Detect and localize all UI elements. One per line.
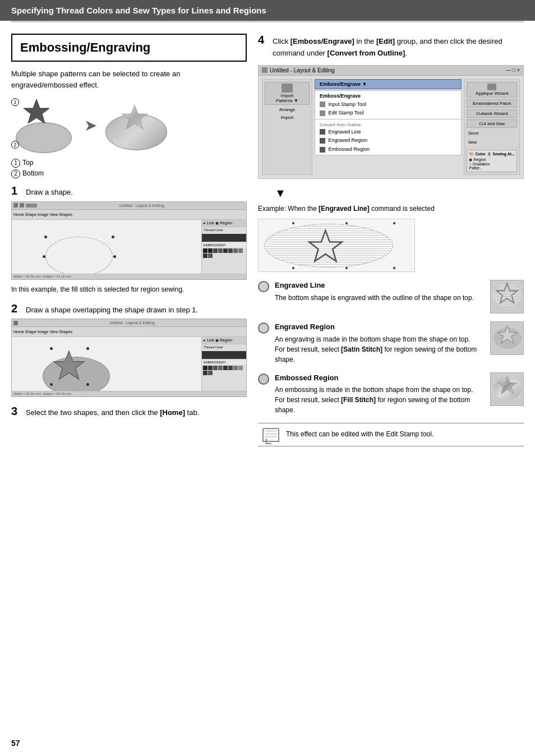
note-box: This effect can be edited with the Edit … [258, 423, 524, 446]
step2-screenshot: Untitled - Layout & Editing Home Shape I… [11, 319, 247, 397]
note-text: This effect can be edited with the Edit … [286, 430, 433, 438]
edit-stamp-label: Edit Stamp Tool [329, 110, 364, 116]
page-wrapper: Specifying Thread Colors and Sew Types f… [0, 0, 535, 756]
embossed-region-title: Embossed Region [275, 372, 485, 384]
engraved-line-icon-circle [258, 281, 269, 292]
step-2: 2 Draw a shape overlapping the shape dra… [11, 302, 247, 398]
step2-thread-color-label: Thread Color [202, 344, 246, 350]
step-2-header: 2 Draw a shape overlapping the shape dra… [11, 302, 247, 316]
embossed-region-thumb [490, 372, 524, 406]
color-sewing-panel: 🎨 Color 🧵 Sewing At... ◉ Region ○ Gradat… [467, 150, 517, 172]
dot5 [43, 255, 45, 258]
engraved-line-thumb-inner [492, 282, 523, 312]
emb-patch-btn[interactable]: Embroidered Patch [467, 99, 517, 108]
illustration-area: 1 2 ➤ [11, 97, 247, 153]
embossed-region-desc-text: Embossed Region An embossing is made in … [275, 372, 485, 416]
result-star [119, 103, 150, 133]
note-book-icon [262, 428, 279, 442]
example-caption: Example: When the [Engraved Line] comman… [258, 204, 524, 214]
step2-sidebar-header: ▸ Line ◉ Region [202, 337, 246, 344]
menu-title-text: Untitled - Layout & Editing [270, 67, 335, 73]
step4-part1: Click [273, 37, 290, 45]
step1-window-title: Untitled - Layout & Editing [39, 204, 245, 208]
embossed-region-icon [320, 147, 325, 153]
tb-icon-1 [13, 203, 18, 208]
s2-swatch-8 [238, 366, 243, 370]
step2-swatches [202, 365, 246, 376]
step4-bold3: [Convert from Outline] [328, 49, 405, 57]
engraved-line-section: Engraved Line The bottom shape is engrav… [258, 280, 524, 415]
svg-marker-0 [24, 99, 49, 123]
prev-dot6 [393, 267, 395, 269]
tb-wide-1 [26, 204, 37, 208]
swatch-7 [233, 248, 238, 253]
step4-part4: . [405, 49, 407, 57]
step1-sidebar-header: ▸ Line ◉ Region [202, 220, 246, 227]
convert-from-outline-header: Convert from Outline [315, 121, 461, 127]
step-4-num: 4 [258, 34, 268, 47]
menu-right-panel: Applique Wizard Embroidered Patch Cutwor… [464, 79, 520, 175]
import-btn[interactable]: Import [265, 114, 310, 121]
s2-swatch-7 [233, 366, 238, 370]
svg-marker-5 [497, 326, 516, 343]
step2-menu-bar: Home Shape Image View Shapes [12, 327, 246, 337]
cutwork-btn[interactable]: Cutwork Wizard [467, 109, 517, 118]
content-wrapper: Embossing/Engraving Multiple shape patte… [0, 22, 535, 452]
step1-toolbar: Untitled - Layout & Editing [12, 202, 246, 210]
step-1-num: 1 [11, 185, 21, 197]
applique-wizard-btn[interactable]: Applique Wizard [467, 82, 517, 98]
send-label: Send [467, 130, 517, 137]
engraved-region-thumb-inner [492, 323, 523, 354]
sew-label: Sew [467, 139, 517, 146]
engraved-region-bold: [Satin Stitch] [341, 345, 382, 353]
s2-dot2 [86, 347, 89, 350]
menu-input-stamp[interactable]: Input Stamp Tool [315, 100, 461, 109]
engraved-region-body2: For best result, select [Satin Stitch] f… [275, 344, 485, 365]
import-patterns-btn[interactable]: ImportPatterns ▼ [265, 82, 310, 105]
right-column: 4 Click [Emboss/Engrave] in the [Edit] g… [258, 34, 524, 446]
embossed-region-label: Embossed Region [329, 146, 370, 152]
page-header: Specifying Thread Colors and Sew Types f… [0, 0, 535, 21]
engraved-line-ref: [Engraved Line] [319, 205, 370, 213]
s2-swatch-10 [208, 371, 213, 375]
step-2-num: 2 [11, 302, 21, 315]
cut-sew-btn[interactable]: Cut and Sew [467, 119, 517, 128]
input-stamp-icon [320, 102, 325, 107]
step2-win-title: Untitled - Layout & Editing [20, 321, 245, 325]
section-title: Embossing/Engraving [20, 40, 238, 55]
swatch-3 [213, 248, 218, 253]
header-title: Specifying Thread Colors and Sew Types f… [11, 6, 266, 15]
dot2 [112, 236, 114, 238]
menu-edit-stamp[interactable]: Edit Stamp Tool [315, 109, 461, 117]
emboss-engrave-btn[interactable]: Emboss/Engrave ▼ [315, 79, 462, 89]
menu-left-buttons: ImportPatterns ▼ Arrange Import [262, 79, 312, 175]
menu-engraved-region[interactable]: Engraved Region [315, 136, 461, 145]
engraved-region-icon-circle [258, 322, 269, 334]
engraved-region-row: Engraved Region An engraving is made in … [258, 321, 524, 365]
legend-item-2: 2 Bottom [11, 168, 247, 179]
emboss-engrave-dropdown-area: Emboss/Engrave ▼ Emboss/Engrave Input St… [315, 79, 462, 175]
region-radio[interactable]: ◉ Region [469, 158, 515, 162]
arrange-btn[interactable]: Arrange [265, 107, 310, 113]
menu-emboss-engrave-header: Emboss/Engrave [315, 92, 461, 100]
svg-marker-3 [309, 231, 342, 261]
edit-stamp-icon [320, 110, 325, 116]
s2-swatch-4 [218, 366, 223, 370]
legend-num-1: 1 [11, 159, 20, 168]
step-4-header: 4 Click [Emboss/Engrave] in the [Edit] g… [258, 34, 524, 59]
swatch-6 [228, 248, 233, 253]
menu-embossed-region[interactable]: Embossed Region [315, 145, 461, 154]
step2-tb-1 [13, 321, 18, 325]
step1-sidebar-body: Thread Color [202, 227, 246, 233]
star-shape-top [21, 97, 52, 128]
embossed-region-row: Embossed Region An embossing is made in … [258, 372, 524, 416]
step-3-num: 3 [11, 405, 21, 418]
engraved-region-title: Engraved Region [275, 321, 485, 333]
swatch-10 [208, 253, 213, 258]
engraved-region-body1: An engraving is made in the bottom shape… [275, 334, 485, 344]
engraved-line-title: Engraved Line [275, 280, 485, 291]
shape-stack-container: 1 2 [11, 97, 79, 153]
gradation-radio[interactable]: ○ Gradation [469, 162, 515, 166]
menu-engraved-line[interactable]: Engraved Line [315, 128, 461, 136]
menu-bar-text: Home Shape Image View Shapes [13, 213, 72, 216]
